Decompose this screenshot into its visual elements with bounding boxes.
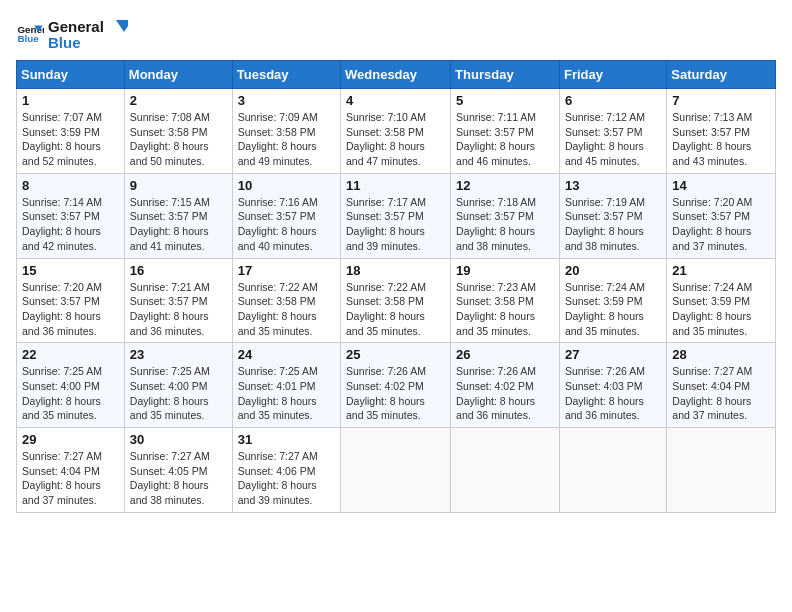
sunset-label: Sunset: 3:58 PM xyxy=(238,295,316,307)
daylight-label: Daylight: 8 hours and 41 minutes. xyxy=(130,225,209,252)
calendar-cell: 9 Sunrise: 7:15 AM Sunset: 3:57 PM Dayli… xyxy=(124,173,232,258)
day-number: 9 xyxy=(130,178,227,193)
day-info: Sunrise: 7:25 AM Sunset: 4:00 PM Dayligh… xyxy=(130,364,227,423)
sunset-label: Sunset: 4:01 PM xyxy=(238,380,316,392)
sunrise-label: Sunrise: 7:27 AM xyxy=(238,450,318,462)
day-number: 3 xyxy=(238,93,335,108)
daylight-label: Daylight: 8 hours and 35 minutes. xyxy=(238,310,317,337)
day-number: 10 xyxy=(238,178,335,193)
sunrise-label: Sunrise: 7:09 AM xyxy=(238,111,318,123)
week-row-1: 1 Sunrise: 7:07 AM Sunset: 3:59 PM Dayli… xyxy=(17,89,776,174)
sunset-label: Sunset: 3:57 PM xyxy=(456,126,534,138)
day-info: Sunrise: 7:24 AM Sunset: 3:59 PM Dayligh… xyxy=(565,280,661,339)
calendar-cell: 14 Sunrise: 7:20 AM Sunset: 3:57 PM Dayl… xyxy=(667,173,776,258)
svg-text:Blue: Blue xyxy=(48,34,81,51)
daylight-label: Daylight: 8 hours and 35 minutes. xyxy=(672,310,751,337)
day-info: Sunrise: 7:20 AM Sunset: 3:57 PM Dayligh… xyxy=(22,280,119,339)
day-header-friday: Friday xyxy=(559,61,666,89)
daylight-label: Daylight: 8 hours and 35 minutes. xyxy=(238,395,317,422)
daylight-label: Daylight: 8 hours and 46 minutes. xyxy=(456,140,535,167)
calendar-cell xyxy=(667,428,776,513)
day-info: Sunrise: 7:20 AM Sunset: 3:57 PM Dayligh… xyxy=(672,195,770,254)
week-row-5: 29 Sunrise: 7:27 AM Sunset: 4:04 PM Dayl… xyxy=(17,428,776,513)
daylight-label: Daylight: 8 hours and 49 minutes. xyxy=(238,140,317,167)
calendar-cell: 18 Sunrise: 7:22 AM Sunset: 3:58 PM Dayl… xyxy=(341,258,451,343)
week-row-4: 22 Sunrise: 7:25 AM Sunset: 4:00 PM Dayl… xyxy=(17,343,776,428)
day-info: Sunrise: 7:12 AM Sunset: 3:57 PM Dayligh… xyxy=(565,110,661,169)
day-number: 5 xyxy=(456,93,554,108)
day-header-tuesday: Tuesday xyxy=(232,61,340,89)
day-info: Sunrise: 7:16 AM Sunset: 3:57 PM Dayligh… xyxy=(238,195,335,254)
calendar-cell: 20 Sunrise: 7:24 AM Sunset: 3:59 PM Dayl… xyxy=(559,258,666,343)
daylight-label: Daylight: 8 hours and 35 minutes. xyxy=(346,395,425,422)
calendar-cell: 15 Sunrise: 7:20 AM Sunset: 3:57 PM Dayl… xyxy=(17,258,125,343)
daylight-label: Daylight: 8 hours and 39 minutes. xyxy=(238,479,317,506)
day-header-saturday: Saturday xyxy=(667,61,776,89)
sunrise-label: Sunrise: 7:22 AM xyxy=(238,281,318,293)
logo-icon: General Blue xyxy=(16,20,44,48)
calendar-header: SundayMondayTuesdayWednesdayThursdayFrid… xyxy=(17,61,776,89)
day-number: 8 xyxy=(22,178,119,193)
sunrise-label: Sunrise: 7:26 AM xyxy=(346,365,426,377)
daylight-label: Daylight: 8 hours and 35 minutes. xyxy=(346,310,425,337)
sunrise-label: Sunrise: 7:18 AM xyxy=(456,196,536,208)
day-number: 17 xyxy=(238,263,335,278)
day-number: 15 xyxy=(22,263,119,278)
sunset-label: Sunset: 4:03 PM xyxy=(565,380,643,392)
daylight-label: Daylight: 8 hours and 35 minutes. xyxy=(456,310,535,337)
day-number: 22 xyxy=(22,347,119,362)
day-info: Sunrise: 7:18 AM Sunset: 3:57 PM Dayligh… xyxy=(456,195,554,254)
day-info: Sunrise: 7:27 AM Sunset: 4:05 PM Dayligh… xyxy=(130,449,227,508)
sunrise-label: Sunrise: 7:21 AM xyxy=(130,281,210,293)
calendar-cell: 5 Sunrise: 7:11 AM Sunset: 3:57 PM Dayli… xyxy=(451,89,560,174)
day-info: Sunrise: 7:27 AM Sunset: 4:04 PM Dayligh… xyxy=(22,449,119,508)
sunrise-label: Sunrise: 7:10 AM xyxy=(346,111,426,123)
page-header: General Blue General Blue xyxy=(16,16,776,52)
day-number: 29 xyxy=(22,432,119,447)
sunrise-label: Sunrise: 7:17 AM xyxy=(346,196,426,208)
sunset-label: Sunset: 3:58 PM xyxy=(130,126,208,138)
day-info: Sunrise: 7:13 AM Sunset: 3:57 PM Dayligh… xyxy=(672,110,770,169)
day-info: Sunrise: 7:15 AM Sunset: 3:57 PM Dayligh… xyxy=(130,195,227,254)
day-header-monday: Monday xyxy=(124,61,232,89)
sunset-label: Sunset: 4:06 PM xyxy=(238,465,316,477)
calendar-cell: 12 Sunrise: 7:18 AM Sunset: 3:57 PM Dayl… xyxy=(451,173,560,258)
calendar-cell: 28 Sunrise: 7:27 AM Sunset: 4:04 PM Dayl… xyxy=(667,343,776,428)
calendar-cell xyxy=(559,428,666,513)
calendar-cell: 30 Sunrise: 7:27 AM Sunset: 4:05 PM Dayl… xyxy=(124,428,232,513)
daylight-label: Daylight: 8 hours and 37 minutes. xyxy=(22,479,101,506)
day-number: 20 xyxy=(565,263,661,278)
day-info: Sunrise: 7:08 AM Sunset: 3:58 PM Dayligh… xyxy=(130,110,227,169)
calendar-cell: 21 Sunrise: 7:24 AM Sunset: 3:59 PM Dayl… xyxy=(667,258,776,343)
daylight-label: Daylight: 8 hours and 52 minutes. xyxy=(22,140,101,167)
sunrise-label: Sunrise: 7:27 AM xyxy=(672,365,752,377)
sunset-label: Sunset: 3:57 PM xyxy=(672,210,750,222)
calendar-cell: 2 Sunrise: 7:08 AM Sunset: 3:58 PM Dayli… xyxy=(124,89,232,174)
sunrise-label: Sunrise: 7:27 AM xyxy=(130,450,210,462)
sunset-label: Sunset: 4:04 PM xyxy=(672,380,750,392)
daylight-label: Daylight: 8 hours and 38 minutes. xyxy=(565,225,644,252)
daylight-label: Daylight: 8 hours and 35 minutes. xyxy=(565,310,644,337)
day-info: Sunrise: 7:26 AM Sunset: 4:03 PM Dayligh… xyxy=(565,364,661,423)
daylight-label: Daylight: 8 hours and 38 minutes. xyxy=(130,479,209,506)
day-number: 6 xyxy=(565,93,661,108)
sunset-label: Sunset: 3:59 PM xyxy=(565,295,643,307)
calendar-cell: 31 Sunrise: 7:27 AM Sunset: 4:06 PM Dayl… xyxy=(232,428,340,513)
sunset-label: Sunset: 3:57 PM xyxy=(130,210,208,222)
sunset-label: Sunset: 3:58 PM xyxy=(346,126,424,138)
day-info: Sunrise: 7:22 AM Sunset: 3:58 PM Dayligh… xyxy=(346,280,445,339)
day-number: 27 xyxy=(565,347,661,362)
day-info: Sunrise: 7:27 AM Sunset: 4:04 PM Dayligh… xyxy=(672,364,770,423)
day-info: Sunrise: 7:25 AM Sunset: 4:01 PM Dayligh… xyxy=(238,364,335,423)
sunrise-label: Sunrise: 7:07 AM xyxy=(22,111,102,123)
sunset-label: Sunset: 3:58 PM xyxy=(346,295,424,307)
day-header-sunday: Sunday xyxy=(17,61,125,89)
daylight-label: Daylight: 8 hours and 36 minutes. xyxy=(565,395,644,422)
calendar-cell: 8 Sunrise: 7:14 AM Sunset: 3:57 PM Dayli… xyxy=(17,173,125,258)
day-info: Sunrise: 7:23 AM Sunset: 3:58 PM Dayligh… xyxy=(456,280,554,339)
calendar-cell: 1 Sunrise: 7:07 AM Sunset: 3:59 PM Dayli… xyxy=(17,89,125,174)
sunrise-label: Sunrise: 7:15 AM xyxy=(130,196,210,208)
day-header-wednesday: Wednesday xyxy=(341,61,451,89)
sunrise-label: Sunrise: 7:19 AM xyxy=(565,196,645,208)
day-info: Sunrise: 7:14 AM Sunset: 3:57 PM Dayligh… xyxy=(22,195,119,254)
